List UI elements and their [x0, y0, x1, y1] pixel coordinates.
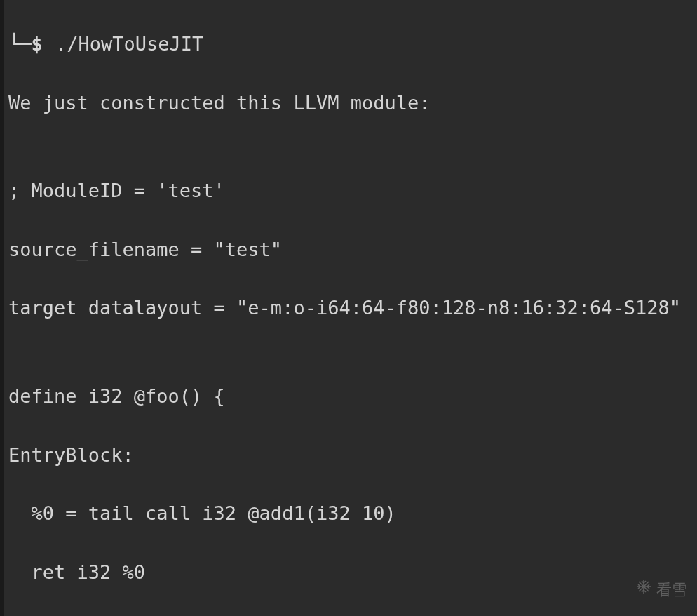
watermark-text: 看雪	[656, 578, 687, 602]
command-text: ./HowToUseJIT	[55, 29, 203, 59]
output-line: source_filename = "test"	[8, 235, 693, 265]
prompt-symbol: └─$	[8, 29, 54, 59]
watermark: 看雪	[635, 578, 687, 602]
output-line: We just constructed this LLVM module:	[8, 88, 693, 118]
output-line: define i32 @foo() {	[8, 382, 693, 411]
prompt-line: └─$ ./HowToUseJIT	[8, 29, 693, 59]
output-line: %0 = tail call i32 @add1(i32 10)	[8, 499, 693, 528]
snowflake-icon	[635, 578, 652, 602]
output-line: EntryBlock:	[8, 441, 693, 470]
terminal-output[interactable]: └─$ ./HowToUseJIT We just constructed th…	[4, 0, 697, 616]
output-line: ret i32 %0	[8, 558, 693, 587]
output-line: target datalayout = "e-m:o-i64:64-f80:12…	[8, 293, 693, 323]
output-line: ; ModuleID = 'test'	[8, 176, 693, 206]
